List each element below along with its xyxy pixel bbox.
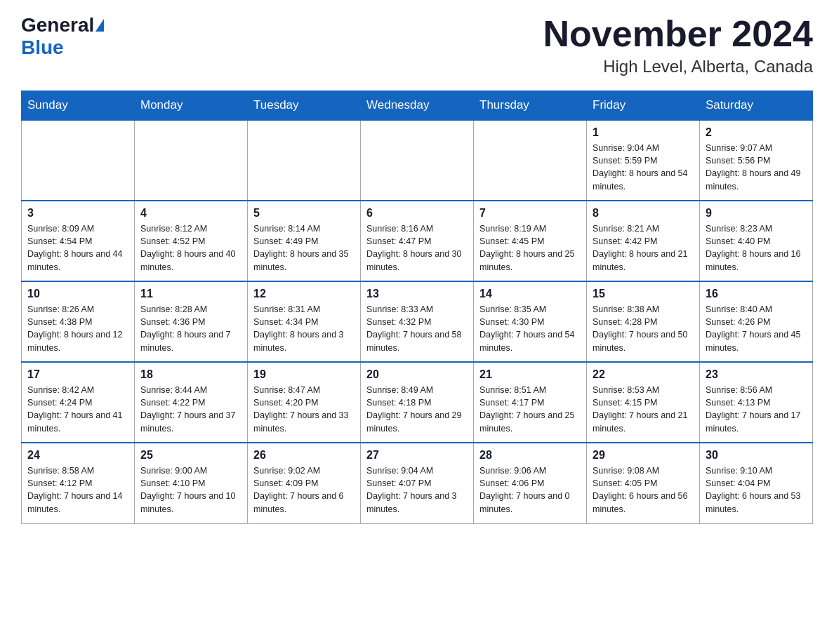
day-info: Sunrise: 8:26 AMSunset: 4:38 PMDaylight:… (27, 303, 128, 354)
calendar-cell (22, 120, 135, 201)
calendar-cell: 9Sunrise: 8:23 AMSunset: 4:40 PMDaylight… (700, 201, 813, 281)
day-number: 24 (27, 449, 128, 462)
day-info: Sunrise: 9:04 AMSunset: 5:59 PMDaylight:… (593, 142, 694, 193)
day-info: Sunrise: 8:49 AMSunset: 4:18 PMDaylight:… (366, 384, 468, 435)
calendar-cell (361, 120, 474, 201)
day-number: 7 (479, 207, 581, 220)
day-number: 15 (593, 288, 694, 300)
day-number: 10 (27, 288, 128, 300)
col-header-thursday: Thursday (474, 91, 587, 121)
calendar-cell: 28Sunrise: 9:06 AMSunset: 4:06 PMDayligh… (474, 443, 587, 523)
calendar-cell: 24Sunrise: 8:58 AMSunset: 4:12 PMDayligh… (22, 443, 135, 523)
calendar-table: Sunday Monday Tuesday Wednesday Thursday… (21, 90, 813, 524)
day-number: 1 (593, 126, 694, 139)
col-header-sunday: Sunday (22, 91, 135, 121)
day-info: Sunrise: 8:40 AMSunset: 4:26 PMDaylight:… (706, 303, 807, 354)
logo-blue-text: Blue (21, 36, 64, 58)
day-number: 17 (27, 368, 128, 381)
calendar-cell: 10Sunrise: 8:26 AMSunset: 4:38 PMDayligh… (22, 281, 135, 362)
day-number: 5 (253, 207, 355, 220)
calendar-cell: 26Sunrise: 9:02 AMSunset: 4:09 PMDayligh… (248, 443, 361, 523)
calendar-header-row: Sunday Monday Tuesday Wednesday Thursday… (22, 91, 813, 121)
calendar-cell: 2Sunrise: 9:07 AMSunset: 5:56 PMDaylight… (700, 120, 813, 201)
day-number: 13 (366, 288, 468, 300)
day-info: Sunrise: 8:28 AMSunset: 4:36 PMDaylight:… (140, 303, 241, 354)
day-number: 22 (593, 368, 694, 381)
day-info: Sunrise: 9:10 AMSunset: 4:04 PMDaylight:… (706, 464, 807, 516)
day-number: 23 (706, 368, 807, 381)
day-number: 29 (593, 449, 694, 462)
calendar-week-1: 1Sunrise: 9:04 AMSunset: 5:59 PMDaylight… (22, 120, 813, 201)
day-number: 20 (366, 368, 468, 381)
day-number: 9 (706, 207, 807, 220)
col-header-monday: Monday (135, 91, 248, 121)
calendar-cell: 29Sunrise: 9:08 AMSunset: 4:05 PMDayligh… (587, 443, 700, 523)
col-header-friday: Friday (587, 91, 700, 121)
day-info: Sunrise: 8:44 AMSunset: 4:22 PMDaylight:… (140, 384, 241, 435)
calendar-cell: 25Sunrise: 9:00 AMSunset: 4:10 PMDayligh… (135, 443, 248, 523)
day-info: Sunrise: 8:56 AMSunset: 4:13 PMDaylight:… (706, 384, 807, 435)
day-info: Sunrise: 8:33 AMSunset: 4:32 PMDaylight:… (366, 303, 468, 354)
day-info: Sunrise: 9:08 AMSunset: 4:05 PMDaylight:… (593, 464, 694, 516)
day-number: 3 (27, 207, 128, 220)
calendar-cell: 14Sunrise: 8:35 AMSunset: 4:30 PMDayligh… (474, 281, 587, 362)
calendar-cell: 17Sunrise: 8:42 AMSunset: 4:24 PMDayligh… (22, 362, 135, 443)
calendar-week-5: 24Sunrise: 8:58 AMSunset: 4:12 PMDayligh… (22, 443, 813, 523)
calendar-cell: 30Sunrise: 9:10 AMSunset: 4:04 PMDayligh… (700, 443, 813, 523)
col-header-tuesday: Tuesday (248, 91, 361, 121)
day-info: Sunrise: 9:07 AMSunset: 5:56 PMDaylight:… (706, 142, 807, 193)
day-info: Sunrise: 8:14 AMSunset: 4:49 PMDaylight:… (253, 222, 355, 274)
calendar-cell: 18Sunrise: 8:44 AMSunset: 4:22 PMDayligh… (135, 362, 248, 443)
day-number: 19 (253, 368, 355, 381)
day-number: 2 (706, 126, 807, 139)
calendar-cell: 6Sunrise: 8:16 AMSunset: 4:47 PMDaylight… (361, 201, 474, 281)
day-info: Sunrise: 8:38 AMSunset: 4:28 PMDaylight:… (593, 303, 694, 354)
calendar-cell: 13Sunrise: 8:33 AMSunset: 4:32 PMDayligh… (361, 281, 474, 362)
logo: General Blue (21, 14, 104, 59)
calendar-cell: 1Sunrise: 9:04 AMSunset: 5:59 PMDaylight… (587, 120, 700, 201)
col-header-saturday: Saturday (700, 91, 813, 121)
day-info: Sunrise: 8:58 AMSunset: 4:12 PMDaylight:… (27, 464, 128, 516)
col-header-wednesday: Wednesday (361, 91, 474, 121)
title-area: November 2024 High Level, Alberta, Canad… (543, 14, 813, 76)
calendar-cell: 23Sunrise: 8:56 AMSunset: 4:13 PMDayligh… (700, 362, 813, 443)
calendar-cell (248, 120, 361, 201)
calendar-cell: 20Sunrise: 8:49 AMSunset: 4:18 PMDayligh… (361, 362, 474, 443)
calendar-cell: 5Sunrise: 8:14 AMSunset: 4:49 PMDaylight… (248, 201, 361, 281)
day-info: Sunrise: 8:35 AMSunset: 4:30 PMDaylight:… (479, 303, 581, 354)
calendar-cell: 11Sunrise: 8:28 AMSunset: 4:36 PMDayligh… (135, 281, 248, 362)
day-number: 25 (140, 449, 241, 462)
calendar-cell: 7Sunrise: 8:19 AMSunset: 4:45 PMDaylight… (474, 201, 587, 281)
calendar-cell: 4Sunrise: 8:12 AMSunset: 4:52 PMDaylight… (135, 201, 248, 281)
calendar-cell (474, 120, 587, 201)
day-number: 8 (593, 207, 694, 220)
day-number: 26 (253, 449, 355, 462)
day-number: 12 (253, 288, 355, 300)
page-header: General Blue November 2024 High Level, A… (21, 14, 813, 76)
day-number: 18 (140, 368, 241, 381)
day-number: 27 (366, 449, 468, 462)
logo-general-text: General (21, 14, 94, 36)
logo-triangle-icon (95, 19, 104, 32)
day-info: Sunrise: 8:16 AMSunset: 4:47 PMDaylight:… (366, 222, 468, 274)
day-info: Sunrise: 9:06 AMSunset: 4:06 PMDaylight:… (479, 464, 581, 516)
calendar-cell: 3Sunrise: 8:09 AMSunset: 4:54 PMDaylight… (22, 201, 135, 281)
calendar-cell: 21Sunrise: 8:51 AMSunset: 4:17 PMDayligh… (474, 362, 587, 443)
calendar-cell: 22Sunrise: 8:53 AMSunset: 4:15 PMDayligh… (587, 362, 700, 443)
day-number: 6 (366, 207, 468, 220)
calendar-week-3: 10Sunrise: 8:26 AMSunset: 4:38 PMDayligh… (22, 281, 813, 362)
calendar-cell: 27Sunrise: 9:04 AMSunset: 4:07 PMDayligh… (361, 443, 474, 523)
calendar-cell: 8Sunrise: 8:21 AMSunset: 4:42 PMDaylight… (587, 201, 700, 281)
day-info: Sunrise: 9:00 AMSunset: 4:10 PMDaylight:… (140, 464, 241, 516)
day-info: Sunrise: 8:31 AMSunset: 4:34 PMDaylight:… (253, 303, 355, 354)
calendar-cell: 19Sunrise: 8:47 AMSunset: 4:20 PMDayligh… (248, 362, 361, 443)
calendar-cell: 16Sunrise: 8:40 AMSunset: 4:26 PMDayligh… (700, 281, 813, 362)
calendar-week-2: 3Sunrise: 8:09 AMSunset: 4:54 PMDaylight… (22, 201, 813, 281)
day-info: Sunrise: 8:47 AMSunset: 4:20 PMDaylight:… (253, 384, 355, 435)
day-number: 4 (140, 207, 241, 220)
calendar-title: November 2024 (543, 14, 813, 54)
day-info: Sunrise: 8:51 AMSunset: 4:17 PMDaylight:… (479, 384, 581, 435)
day-info: Sunrise: 9:02 AMSunset: 4:09 PMDaylight:… (253, 464, 355, 516)
day-info: Sunrise: 8:09 AMSunset: 4:54 PMDaylight:… (27, 222, 128, 274)
day-info: Sunrise: 8:21 AMSunset: 4:42 PMDaylight:… (593, 222, 694, 274)
